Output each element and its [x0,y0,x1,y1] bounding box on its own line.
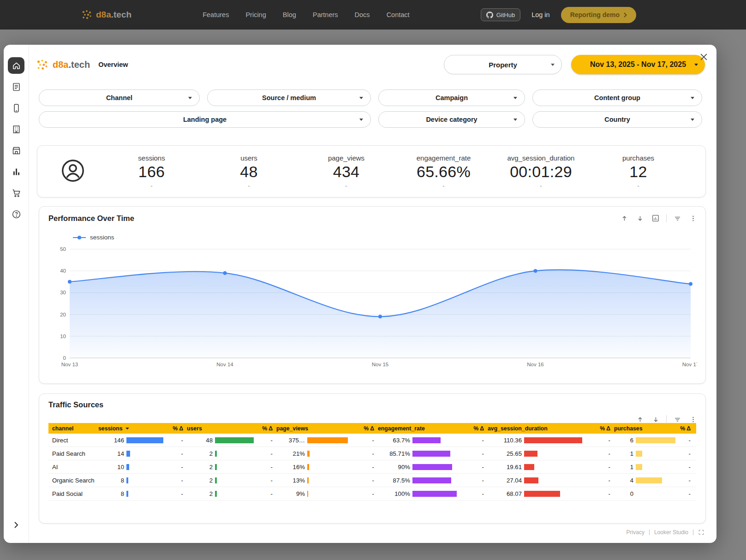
table-row: Paid Search14-2-21%-85.71%-25.65-1- [48,447,696,460]
filter-source-medium[interactable]: Source / medium [207,89,371,106]
sidebar-expand-button[interactable] [9,518,23,532]
purchases-cell: 4 [613,474,675,487]
table-row: Direct146-48-375…-63.7%-110.36-6- [48,434,696,447]
delta-cell: - [357,434,377,447]
column-header-channel[interactable]: channel [48,423,97,434]
engagement_rate-bar [412,464,452,470]
nav-link-blog[interactable]: Blog [283,11,296,18]
nav-link-docs[interactable]: Docs [355,11,370,18]
sessions-bar [126,477,128,483]
users-bar [215,464,217,470]
column-header-sessions[interactable]: sessions [97,423,166,434]
login-link[interactable]: Log in [531,11,550,18]
traffic-sources-title: Traffic Sources [48,400,696,409]
sort-descending-icon[interactable] [635,213,645,223]
sort-caret-icon [125,428,129,429]
github-icon [486,12,493,18]
column-header-delta[interactable]: % Δ [675,423,693,434]
sort-ascending-icon[interactable] [619,213,629,223]
property-selector[interactable]: Property [444,55,562,74]
kpi-page-views: page_views434- [298,154,395,189]
sort-descending-icon[interactable] [651,414,661,424]
delta-cell: - [593,434,613,447]
delta-cell: - [255,487,275,500]
purchases-bar [636,477,662,483]
column-header-delta[interactable]: % Δ [255,423,275,434]
nav-links: Features Pricing Blog Partners Docs Cont… [131,11,481,18]
sessions-cell: 146 [97,434,166,447]
sidebar-item-help[interactable] [8,206,24,222]
filter-icon[interactable] [672,213,682,223]
looker-studio-link[interactable]: Looker Studio [654,529,688,536]
filter-campaign[interactable]: Campaign [378,89,525,106]
page_views-cell: 16% [275,460,357,473]
nav-link-partners[interactable]: Partners [313,11,338,18]
reporting-demo-button[interactable]: Reporting demo [561,7,636,23]
column-header-delta[interactable]: % Δ [466,423,487,434]
sidebar-item-organization[interactable] [8,121,24,137]
nav-link-features[interactable]: Features [203,11,229,18]
toolbar-divider [666,415,667,423]
sort-ascending-icon[interactable] [635,414,645,424]
column-header-users[interactable]: users [186,423,255,434]
sidebar-item-pages[interactable] [8,78,24,95]
column-header-delta[interactable]: % Δ [166,423,186,434]
column-header-avg_session_duration[interactable]: avg_session_duration [487,423,593,434]
engagement_rate-cell: 87.5% [377,474,466,487]
looker-footer: Privacy Looker Studio [627,529,704,536]
sessions-bar [126,464,129,470]
delta-cell: - [255,447,275,460]
sidebar-item-cart[interactable] [8,185,24,201]
nav-link-pricing[interactable]: Pricing [245,11,266,18]
column-header-delta[interactable]: % Δ [593,423,613,434]
delta-cell: - [357,474,377,487]
column-header-purchases[interactable]: purchases [613,423,675,434]
filter-device-category[interactable]: Device category [378,111,525,128]
bar-chart-icon [12,167,21,177]
more-options-icon[interactable] [688,414,698,424]
delta-cell: - [466,487,487,500]
delta-cell: - [466,447,487,460]
delta-cell: - [166,447,186,460]
privacy-link[interactable]: Privacy [627,529,645,536]
kpi-users: users48- [200,154,298,189]
shopping-cart-icon [12,188,21,198]
filter-icon[interactable] [672,414,682,424]
site-navbar: d8a.tech Features Pricing Blog Partners … [0,0,746,30]
report-content: d8a.tech Overview Property Nov 13, 2025 … [29,45,716,543]
delta-cell: - [675,460,693,473]
sidebar-item-mobile[interactable] [8,100,24,116]
close-button[interactable] [697,50,710,64]
column-header-delta[interactable]: % Δ [357,423,377,434]
avg_session_duration-cell: 27.04 [487,474,593,487]
date-range-picker[interactable]: Nov 13, 2025 - Nov 17, 2025 [571,55,705,74]
sidebar-item-home[interactable] [8,57,24,74]
column-header-page_views[interactable]: page_views [275,423,357,434]
brand-dots-icon [36,59,48,71]
chart-options-icon[interactable] [651,213,661,223]
footer-divider [649,530,650,535]
site-logo[interactable]: d8a.tech [81,9,131,20]
filter-landing-page[interactable]: Landing page [39,111,371,128]
avg_session_duration-bar [524,451,537,457]
report-sidebar [4,45,29,543]
users-bar [215,477,217,483]
delta-cell: - [593,474,613,487]
filter-channel[interactable]: Channel [39,89,200,106]
filter-country[interactable]: Country [532,111,702,128]
fullscreen-icon[interactable] [698,529,704,536]
more-options-icon[interactable] [688,213,698,223]
filter-content-group[interactable]: Content group [532,89,702,106]
sidebar-item-store[interactable] [8,142,24,159]
avg_session_duration-bar [524,477,538,483]
svg-text:50: 50 [60,246,66,252]
sidebar-item-analytics[interactable] [8,163,24,180]
channel-cell: Direct [48,434,97,447]
home-icon [12,61,21,71]
nav-link-contact[interactable]: Contact [387,11,410,18]
delta-cell: - [166,474,186,487]
delta-cell: - [675,447,693,460]
github-button[interactable]: GitHub [481,8,520,21]
brand-dots-icon [81,9,92,20]
column-header-engagement_rate[interactable]: engagement_rate [377,423,466,434]
